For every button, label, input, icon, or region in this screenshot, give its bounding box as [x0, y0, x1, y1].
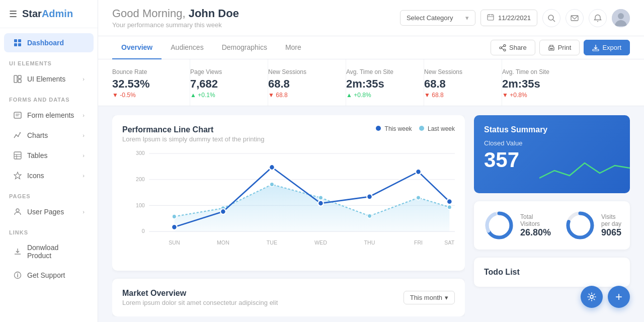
visitors-card: Total Visitors 26.80%: [474, 201, 630, 250]
chart-legend: This week Last week: [376, 125, 455, 132]
svg-point-68: [447, 199, 452, 204]
svg-point-18: [16, 209, 19, 212]
date-picker[interactable]: 11/22/2021: [480, 10, 537, 26]
section-label-ui-elements: UI ELEMENTS: [0, 53, 98, 68]
share-button[interactable]: Share: [491, 40, 535, 55]
avatar[interactable]: [612, 9, 630, 27]
svg-text:THU: THU: [364, 239, 375, 246]
svg-line-27: [553, 20, 555, 22]
logo-admin: Admin: [42, 8, 73, 19]
stat-label: New Sessions: [424, 68, 488, 75]
total-visitors-value: 26.80%: [520, 227, 551, 238]
svg-point-34: [504, 49, 506, 51]
category-select[interactable]: Select Category ▾: [400, 10, 475, 26]
stat-avg-time-2: Avg. Time on Site 2m:35s ▼ +0.8%: [502, 59, 580, 106]
calendar-icon: [487, 14, 494, 22]
tab-overview[interactable]: Overview: [112, 36, 162, 59]
sidebar-item-label: Form elements: [27, 111, 74, 119]
sidebar-item-tables[interactable]: Tables ›: [4, 146, 94, 165]
svg-point-57: [270, 182, 274, 187]
sidebar-item-support[interactable]: i Get Support: [4, 266, 94, 285]
tabs-actions: Share Print Export: [491, 40, 630, 55]
sidebar-item-download[interactable]: Donwload Product: [4, 238, 94, 265]
stat-value: 2m:35s: [502, 77, 566, 91]
tabs: Overview Audiences Demographics More: [112, 36, 310, 59]
status-title: Status Summary: [484, 125, 620, 134]
sidebar-item-charts[interactable]: Charts ›: [4, 126, 94, 145]
visits-per-day-donut: [565, 210, 595, 240]
stat-change: ▲ +0.8%: [346, 92, 410, 99]
sidebar-item-user-pages[interactable]: User Pages ›: [4, 202, 94, 221]
svg-text:300: 300: [136, 150, 145, 156]
settings-fab[interactable]: [581, 286, 603, 308]
stat-new-sessions-2: New Sessions 68.8 ▼ 68.8: [424, 59, 502, 106]
svg-rect-39: [593, 49, 599, 51]
stat-page-views: Page Views 7,682 ▲ +0.1%: [190, 59, 268, 106]
download-icon: [13, 247, 22, 256]
ui-icon: [13, 74, 22, 84]
svg-point-59: [367, 214, 372, 218]
legend-dot-this-week: [376, 126, 381, 131]
svg-line-35: [502, 46, 504, 47]
sidebar-item-form-elements[interactable]: Form elements ›: [4, 106, 94, 125]
sidebar-item-label: Dashboard: [27, 39, 64, 47]
svg-rect-6: [18, 79, 21, 83]
sidebar-item-dashboard[interactable]: Dashboard: [4, 33, 94, 52]
stat-label: Avg. Time on Site: [346, 68, 410, 75]
search-button[interactable]: [542, 9, 560, 27]
grid-icon: [13, 38, 22, 47]
svg-point-10: [16, 134, 17, 135]
sidebar-item-label: Get Support: [27, 271, 65, 279]
tabs-bar: Overview Audiences Demographics More Sha…: [98, 36, 644, 59]
status-summary-card: Status Summary Closed Value 357: [474, 115, 630, 193]
svg-point-66: [367, 194, 372, 199]
svg-text:200: 200: [136, 176, 145, 182]
icons-icon: [13, 171, 22, 180]
add-fab[interactable]: +: [608, 286, 630, 308]
stat-label: Bounce Rate: [112, 68, 176, 75]
chevron-right-icon: ›: [83, 132, 85, 138]
stat-label: Page Views: [190, 68, 254, 75]
main-area: Good Morning, John Doe Your performance …: [98, 0, 644, 322]
svg-point-64: [269, 165, 275, 170]
visits-per-day-section: Visits per day 9065: [565, 210, 621, 240]
print-button[interactable]: Print: [539, 40, 580, 55]
svg-point-32: [504, 44, 506, 46]
visitors-two: Total Visitors 26.80%: [484, 210, 621, 240]
stat-value: 68.8: [268, 77, 332, 91]
svg-marker-17: [14, 172, 21, 179]
svg-rect-5: [18, 75, 21, 78]
stat-change: ▼ +0.8%: [502, 92, 566, 99]
sidebar-item-label: UI Elements: [27, 75, 65, 83]
notification-button[interactable]: [589, 9, 607, 27]
month-filter[interactable]: This month ▾: [404, 291, 455, 304]
legend-label-last-week: Last week: [428, 125, 455, 132]
header-left: Good Morning, John Doe Your performance …: [112, 7, 239, 29]
export-button[interactable]: Export: [584, 40, 630, 55]
tab-demographics[interactable]: Demographics: [213, 36, 276, 59]
stat-change: ▼ -0.5%: [112, 92, 176, 99]
svg-text:FRI: FRI: [414, 239, 423, 246]
svg-point-62: [172, 224, 177, 230]
sidebar-item-icons[interactable]: Icons ›: [4, 166, 94, 185]
tab-audiences[interactable]: Audiences: [162, 36, 212, 59]
header-right: Select Category ▾ 11/22/2021: [400, 9, 630, 27]
sidebar-item-ui-elements[interactable]: UI Elements ›: [4, 69, 94, 89]
date-value: 11/22/2021: [498, 14, 531, 22]
svg-point-33: [500, 47, 502, 49]
chevron-right-icon: ›: [83, 76, 85, 82]
line-chart-svg: 300 200 100 0 SUN MON TUE WED THU FRI SA…: [122, 148, 455, 259]
market-subtitle: Lorem ipsum dolor sit amet consectetur a…: [122, 299, 278, 306]
total-visitors-label: Total Visitors: [520, 213, 551, 227]
chevron-right-icon: ›: [83, 112, 85, 118]
stat-change: ▼ 68.8: [424, 92, 488, 99]
svg-rect-4: [14, 75, 17, 83]
hamburger-icon[interactable]: ☰: [9, 9, 17, 20]
greeting: Good Morning, John Doe: [112, 7, 239, 20]
total-visitors-info: Total Visitors 26.80%: [520, 213, 551, 238]
svg-text:100: 100: [136, 202, 145, 208]
sidebar-item-label: Tables: [27, 151, 47, 159]
market-overview-card: Market Overview Lorem ipsum dolor sit am…: [112, 279, 465, 316]
mail-button[interactable]: [566, 9, 584, 27]
tab-more[interactable]: More: [276, 36, 310, 59]
